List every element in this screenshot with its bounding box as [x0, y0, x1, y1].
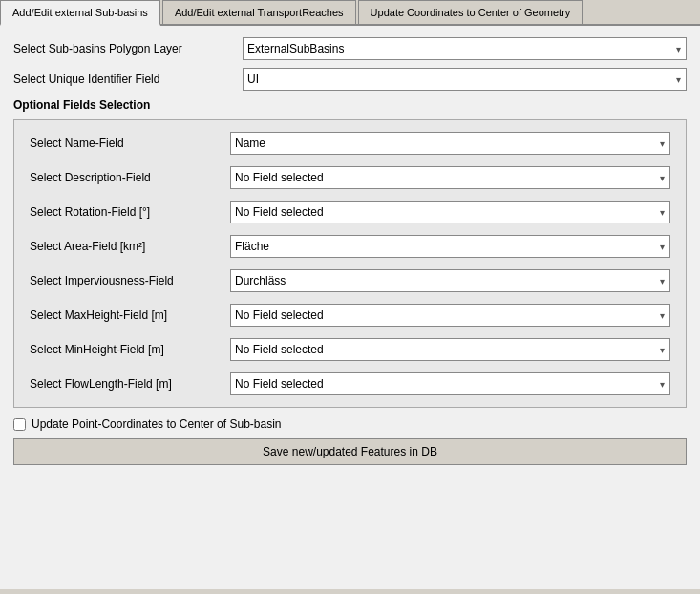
- update-coordinates-checkbox[interactable]: [13, 418, 26, 431]
- optional-field-label-7: Select FlowLength-Field [m]: [30, 377, 230, 391]
- optional-field-row-1: Select Description-Field No Field select…: [30, 166, 670, 189]
- optional-field-row-2: Select Rotation-Field [°] No Field selec…: [30, 201, 670, 223]
- polygon-layer-select-wrapper: ExternalSubBasins: [243, 37, 687, 60]
- optional-field-label-6: Select MinHeight-Field [m]: [30, 343, 230, 356]
- optional-field-select-1[interactable]: No Field selected: [230, 166, 670, 189]
- optional-field-select-wrapper-1: No Field selected: [230, 166, 670, 189]
- optional-section-header-row: Optional Fields Selection: [13, 98, 687, 112]
- optional-field-select-0[interactable]: Name: [230, 132, 670, 155]
- polygon-layer-select[interactable]: ExternalSubBasins: [243, 37, 687, 60]
- optional-field-select-wrapper-0: Name: [230, 132, 670, 155]
- optional-field-select-5[interactable]: No Field selected: [230, 304, 670, 327]
- main-content: Select Sub-basins Polygon Layer External…: [0, 26, 700, 589]
- optional-field-select-2[interactable]: No Field selected: [230, 201, 670, 223]
- unique-id-select-wrapper: UI: [243, 68, 687, 91]
- optional-field-select-wrapper-3: Fläche: [230, 235, 670, 258]
- tab-bar: Add/Edit external Sub-basins Add/Edit ex…: [0, 0, 700, 26]
- optional-field-row-3: Select Area-Field [km²] Fläche: [30, 235, 670, 258]
- checkbox-row: Update Point-Coordinates to Center of Su…: [13, 417, 687, 431]
- optional-field-select-wrapper-2: No Field selected: [230, 201, 670, 223]
- optional-field-select-3[interactable]: Fläche: [230, 235, 670, 258]
- tab-subbasins[interactable]: Add/Edit external Sub-basins: [0, 0, 160, 26]
- optional-fields-section: Select Name-Field Name Select Descriptio…: [13, 119, 687, 408]
- tab-transport[interactable]: Add/Edit external TransportReaches: [162, 0, 356, 24]
- optional-field-label-2: Select Rotation-Field [°]: [30, 205, 230, 219]
- optional-field-label-3: Select Area-Field [km²]: [30, 240, 230, 253]
- optional-field-select-wrapper-6: No Field selected: [230, 338, 670, 361]
- optional-field-label-5: Select MaxHeight-Field [m]: [30, 308, 230, 322]
- optional-field-row-5: Select MaxHeight-Field [m] No Field sele…: [30, 304, 670, 327]
- optional-field-select-wrapper-4: Durchläss: [230, 269, 670, 292]
- optional-field-select-7[interactable]: No Field selected: [230, 372, 670, 395]
- optional-field-row-4: Select Imperviousness-Field Durchläss: [30, 269, 670, 292]
- polygon-layer-row: Select Sub-basins Polygon Layer External…: [13, 37, 687, 60]
- unique-id-row: Select Unique Identifier Field UI: [13, 68, 687, 91]
- optional-field-select-6[interactable]: No Field selected: [230, 338, 670, 361]
- optional-field-label-0: Select Name-Field: [30, 137, 230, 150]
- optional-field-select-wrapper-5: No Field selected: [230, 304, 670, 327]
- optional-field-label-1: Select Description-Field: [30, 171, 230, 184]
- optional-field-row-0: Select Name-Field Name: [30, 132, 670, 155]
- optional-field-select-4[interactable]: Durchläss: [230, 269, 670, 292]
- optional-field-label-4: Select Imperviousness-Field: [30, 274, 230, 287]
- unique-id-label: Select Unique Identifier Field: [13, 73, 243, 86]
- tab-coordinates[interactable]: Update Coordinates to Center of Geometry: [358, 0, 583, 24]
- optional-section-label: Optional Fields Selection: [13, 98, 243, 112]
- polygon-layer-label: Select Sub-basins Polygon Layer: [13, 42, 243, 55]
- optional-field-row-7: Select FlowLength-Field [m] No Field sel…: [30, 372, 670, 395]
- save-button[interactable]: Save new/updated Features in DB: [13, 438, 687, 465]
- bottom-section: Update Point-Coordinates to Center of Su…: [13, 417, 687, 465]
- optional-field-row-6: Select MinHeight-Field [m] No Field sele…: [30, 338, 670, 361]
- optional-field-select-wrapper-7: No Field selected: [230, 372, 670, 395]
- unique-id-select[interactable]: UI: [243, 68, 687, 91]
- checkbox-label[interactable]: Update Point-Coordinates to Center of Su…: [32, 417, 282, 431]
